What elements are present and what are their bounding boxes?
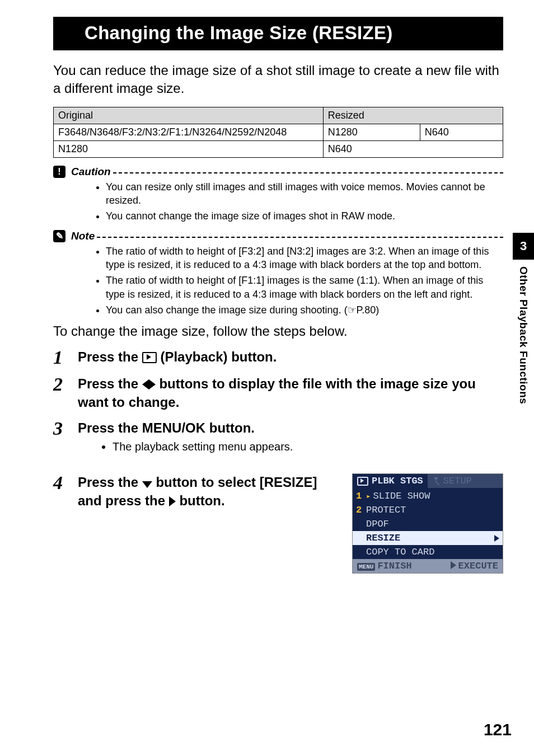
step-number: 1 — [53, 348, 78, 367]
step-number: 2 — [53, 375, 78, 394]
wrench-icon — [432, 477, 440, 485]
execute-hint: EXECUTE — [451, 561, 498, 571]
cell-resized: N640 — [323, 140, 503, 157]
tab-playback-settings[interactable]: PLBK STGS — [353, 474, 428, 488]
playback-icon — [357, 477, 368, 486]
chapter-number: 3 — [513, 233, 534, 260]
step-3: 3 Press the MENU/OK button. The playback… — [53, 419, 503, 466]
menu-body: 1 ▸ SLIDE SHOW 2 PROTECT DPOF RESIZE — [353, 488, 503, 559]
step-number: 4 — [53, 473, 78, 492]
table-row: F3648/N3648/F3:2/N3:2/F1:1/N3264/N2592/N… — [54, 124, 503, 140]
execute-arrow-icon — [451, 561, 456, 569]
cell-resized: N1280 — [323, 124, 420, 140]
step-sub-list: The playback setting menu appears. — [78, 439, 503, 454]
cell-resized: N640 — [420, 124, 503, 140]
menu-label: SLIDE SHOW — [373, 491, 430, 501]
section-heading: Changing the Image Size (RESIZE) — [53, 17, 503, 50]
cell-original: N1280 — [54, 140, 324, 157]
menu-item-resize[interactable]: RESIZE — [353, 531, 503, 545]
th-original: Original — [54, 107, 324, 124]
menu-item-dpof[interactable]: DPOF — [353, 517, 503, 531]
list-item: The playback setting menu appears. — [113, 439, 503, 454]
follow-text: To change the image size, follow the ste… — [53, 323, 503, 339]
side-tab: 3 Other Playback Functions — [513, 233, 534, 404]
list-item: The ratio of width to height of [F1:1] i… — [106, 274, 503, 301]
step-text: Press the MENU/OK button. — [78, 420, 255, 435]
tab-label: PLBK STGS — [372, 476, 423, 486]
right-arrow-icon — [169, 496, 176, 506]
caution-list: You can resize only still images and sti… — [83, 180, 503, 223]
menu-label: DPOF — [366, 519, 389, 529]
caution-heading: ! Caution — [53, 166, 503, 178]
finish-label: FINISH — [377, 561, 411, 571]
step-number: 3 — [53, 419, 78, 438]
step-text: Press the — [78, 376, 142, 391]
table-row: N1280 N640 — [54, 140, 503, 157]
menu-item-slideshow[interactable]: 1 ▸ SLIDE SHOW — [353, 489, 503, 503]
chevron-right-icon — [494, 535, 499, 542]
menu-label: RESIZE — [366, 533, 400, 543]
step-body: Press the MENU/OK button. The playback s… — [78, 419, 503, 466]
caution-label: Caution — [71, 166, 111, 178]
menu-index: 2 — [356, 505, 363, 515]
down-arrow-icon — [142, 481, 152, 488]
right-arrow-icon — [149, 379, 156, 389]
step-body: Press the (Playback) button. — [78, 348, 503, 366]
list-item: You cannot change the image size of imag… — [106, 209, 503, 223]
note-label: Note — [71, 230, 95, 242]
note-heading: ✎ Note — [53, 230, 503, 242]
resize-table: Original Resized F3648/N3648/F3:2/N3:2/F… — [53, 107, 503, 158]
step-body: Press the button to select [RESIZE] and … — [78, 473, 335, 510]
step-text: Press the — [78, 475, 142, 490]
heading-title: Changing the Image Size (RESIZE) — [79, 17, 503, 50]
step-1: 1 Press the (Playback) button. — [53, 348, 503, 367]
tab-label: SETUP — [443, 476, 472, 486]
note-icon: ✎ — [53, 230, 65, 242]
th-resized: Resized — [323, 107, 503, 124]
menu-index: 1 — [356, 491, 363, 501]
playback-icon — [142, 352, 157, 363]
menu-bottom-bar: MENUFINISH EXECUTE — [353, 559, 503, 573]
step-text: button. — [179, 493, 224, 508]
heading-accent-block — [53, 17, 79, 50]
step-body: Press the buttons to display the file wi… — [78, 375, 503, 411]
side-label: Other Playback Functions — [517, 266, 530, 404]
menu-item-copy[interactable]: COPY TO CARD — [353, 545, 503, 559]
step-text: Press the — [78, 349, 142, 364]
finish-hint: MENUFINISH — [357, 561, 412, 571]
menu-label: PROTECT — [366, 505, 406, 515]
menu-item-protect[interactable]: 2 PROTECT — [353, 503, 503, 517]
step-4: 4 Press the button to select [RESIZE] an… — [53, 473, 503, 574]
list-item: You can also change the image size durin… — [106, 303, 503, 317]
menu-screenshot: PLBK STGS SETUP 1 ▸ SLIDE SHOW 2 — [352, 473, 503, 574]
caution-icon: ! — [53, 166, 65, 178]
menu-tag: MENU — [357, 563, 375, 571]
page-number: 121 — [484, 720, 512, 739]
cell-original: F3648/N3648/F3:2/N3:2/F1:1/N3264/N2592/N… — [54, 124, 324, 140]
step-2: 2 Press the buttons to display the file … — [53, 375, 503, 411]
list-item: You can resize only still images and sti… — [106, 180, 503, 208]
step-text: (Playback) button. — [160, 349, 277, 364]
menu-tabs: PLBK STGS SETUP — [353, 474, 503, 488]
caret-icon: ▸ — [366, 491, 371, 501]
execute-label: EXECUTE — [458, 561, 498, 571]
list-item: The ratio of width to height of [F3:2] a… — [106, 245, 503, 272]
menu-label: COPY TO CARD — [366, 547, 434, 557]
dash-rule — [97, 230, 503, 238]
tab-setup[interactable]: SETUP — [428, 474, 476, 488]
left-arrow-icon — [142, 379, 149, 389]
intro-paragraph: You can reduce the image size of a shot … — [53, 62, 503, 98]
dash-rule — [113, 166, 503, 173]
note-list: The ratio of width to height of [F3:2] a… — [83, 245, 503, 317]
